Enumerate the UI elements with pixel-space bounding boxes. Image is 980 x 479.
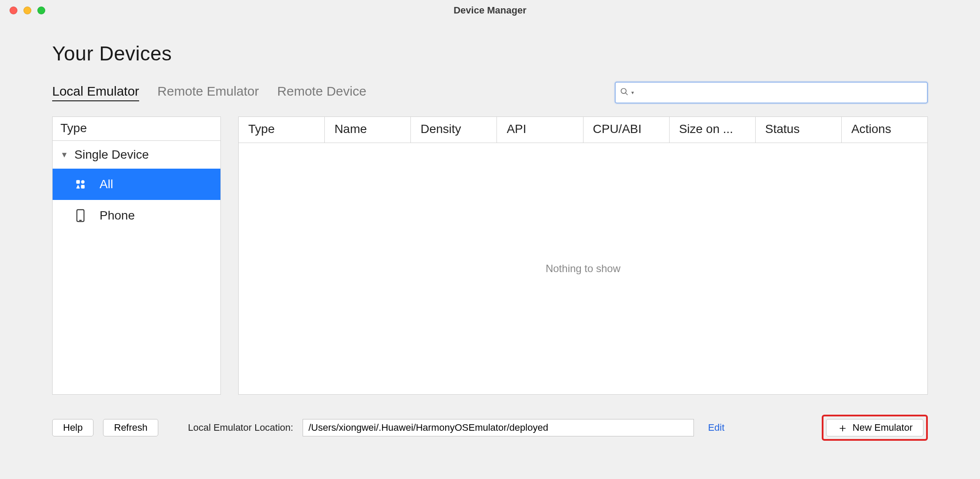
refresh-button[interactable]: Refresh xyxy=(103,419,158,436)
col-type[interactable]: Type xyxy=(239,117,325,143)
svg-point-3 xyxy=(81,180,84,183)
svg-point-0 xyxy=(621,88,627,93)
svg-rect-6 xyxy=(77,210,84,221)
table-empty-state: Nothing to show xyxy=(239,143,927,394)
col-status[interactable]: Status xyxy=(756,117,842,143)
svg-rect-2 xyxy=(77,180,80,183)
search-input[interactable] xyxy=(637,87,923,98)
minimize-window-button[interactable] xyxy=(23,7,31,14)
main-split: Type ▼ Single Device All xyxy=(52,116,928,395)
sidebar-group-single-device[interactable]: ▼ Single Device xyxy=(53,141,220,169)
side-panel-header: Type xyxy=(53,117,220,141)
new-emulator-label: New Emulator xyxy=(853,422,913,433)
col-api[interactable]: API xyxy=(497,117,583,143)
search-box[interactable]: ▾ xyxy=(615,82,928,103)
location-input[interactable] xyxy=(303,419,694,436)
footer-bar: Help Refresh Local Emulator Location: Ed… xyxy=(52,415,928,441)
tab-local-emulator[interactable]: Local Emulator xyxy=(52,84,139,101)
tab-row: Local Emulator Remote Emulator Remote De… xyxy=(52,82,928,103)
window-title: Device Manager xyxy=(0,5,980,16)
sidebar-item-phone[interactable]: Phone xyxy=(53,200,220,231)
new-emulator-button[interactable]: ＋ New Emulator xyxy=(826,419,923,436)
page-title: Your Devices xyxy=(52,42,928,65)
new-emulator-highlight: ＋ New Emulator xyxy=(822,415,928,441)
sidebar-item-label: All xyxy=(100,177,113,191)
content-area: Your Devices Local Emulator Remote Emula… xyxy=(0,21,980,454)
empty-text: Nothing to show xyxy=(546,263,620,275)
col-size[interactable]: Size on ... xyxy=(670,117,756,143)
tab-remote-device[interactable]: Remote Device xyxy=(277,84,367,101)
svg-marker-4 xyxy=(77,185,80,188)
type-side-panel: Type ▼ Single Device All xyxy=(52,116,221,395)
plus-icon: ＋ xyxy=(837,420,848,436)
search-icon xyxy=(620,87,629,98)
close-window-button[interactable] xyxy=(10,7,17,14)
col-density[interactable]: Density xyxy=(411,117,497,143)
col-name[interactable]: Name xyxy=(325,117,411,143)
col-actions[interactable]: Actions xyxy=(842,117,927,143)
edit-location-link[interactable]: Edit xyxy=(708,422,724,433)
sidebar-item-label: Phone xyxy=(100,209,135,223)
window-controls xyxy=(10,7,45,14)
chevron-down-icon: ▼ xyxy=(60,150,68,160)
tabs: Local Emulator Remote Emulator Remote De… xyxy=(52,84,367,101)
titlebar: Device Manager xyxy=(0,0,980,21)
table-header-row: Type Name Density API CPU/ABI Size on ..… xyxy=(239,117,927,143)
search-options-chevron-icon[interactable]: ▾ xyxy=(631,90,634,96)
phone-icon xyxy=(74,209,87,222)
grid-icon xyxy=(74,180,87,189)
tab-remote-emulator[interactable]: Remote Emulator xyxy=(157,84,259,101)
col-cpu-abi[interactable]: CPU/ABI xyxy=(583,117,670,143)
svg-line-1 xyxy=(626,93,628,95)
location-label: Local Emulator Location: xyxy=(188,422,293,433)
device-table: Type Name Density API CPU/ABI Size on ..… xyxy=(238,116,928,395)
device-manager-window: Device Manager Your Devices Local Emulat… xyxy=(0,0,980,479)
maximize-window-button[interactable] xyxy=(37,7,45,14)
svg-rect-5 xyxy=(81,185,84,188)
help-button[interactable]: Help xyxy=(52,419,93,436)
sidebar-item-all[interactable]: All xyxy=(53,169,220,200)
sidebar-group-label: Single Device xyxy=(74,148,149,162)
